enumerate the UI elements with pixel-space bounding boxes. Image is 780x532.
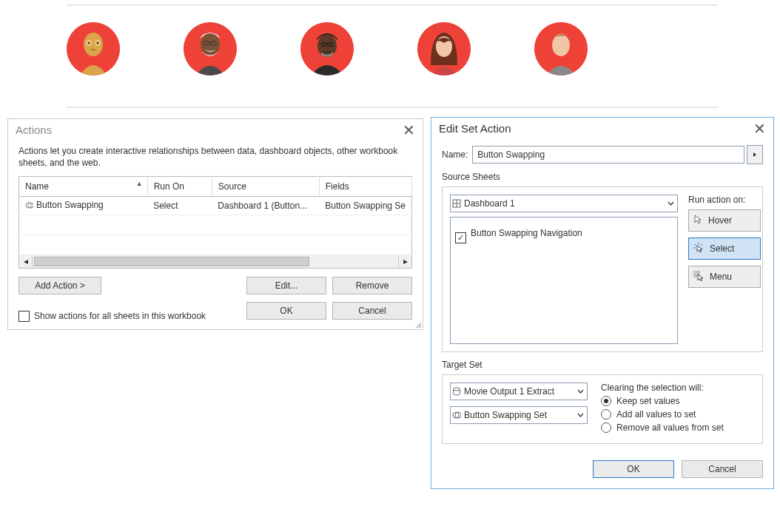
source-sheets-label: Source Sheets	[442, 172, 763, 182]
set-icon	[451, 411, 463, 420]
edit-button[interactable]: Edit...	[246, 277, 326, 294]
avatar-4	[417, 22, 471, 75]
edit-set-action-dialog: Edit Set Action ✕ Name: Button Swapping …	[431, 117, 774, 489]
divider-top	[67, 4, 718, 6]
divider-mid	[67, 107, 718, 108]
col-runon[interactable]: Run On	[147, 177, 212, 197]
list-item[interactable]: Button Swapping Navigation	[454, 220, 674, 245]
scroll-thumb[interactable]	[34, 257, 309, 266]
target-set-label: Target Set	[442, 360, 763, 370]
actions-description: Actions let you create interactive relat…	[19, 145, 412, 169]
actions-table: Name▲ Run On Source Fields Button Swappi…	[19, 176, 412, 255]
close-icon[interactable]: ✕	[403, 125, 415, 135]
ok-button[interactable]: OK	[246, 302, 326, 320]
cancel-button[interactable]: Cancel	[332, 302, 412, 320]
add-all-radio[interactable]: Add all values to set	[601, 409, 755, 420]
svg-point-18	[552, 34, 570, 56]
sheet-checkbox[interactable]	[455, 232, 466, 243]
menu-button[interactable]: Menu	[688, 266, 761, 288]
edit-dialog-title: Edit Set Action	[439, 122, 511, 135]
actions-dialog: Actions ✕ Actions let you create interac…	[7, 118, 423, 330]
cursor-icon	[693, 215, 702, 227]
show-all-checkbox[interactable]: Show actions for all sheets in this work…	[19, 311, 206, 322]
pointer-click-icon	[693, 243, 704, 255]
chevron-down-icon	[574, 413, 587, 417]
resize-grip-icon[interactable]	[414, 320, 421, 328]
col-source[interactable]: Source	[212, 177, 319, 197]
dashboard-icon	[451, 199, 463, 208]
dashboard-combo[interactable]: Dashboard 1	[450, 195, 678, 212]
datasource-icon	[451, 387, 463, 396]
remove-all-radio[interactable]: Remove all values from set	[601, 422, 755, 433]
table-row	[19, 235, 412, 255]
svg-point-8	[201, 33, 220, 55]
chevron-down-icon	[664, 201, 677, 206]
svg-point-12	[317, 35, 337, 57]
avatar-3	[300, 22, 354, 75]
table-row[interactable]: Button Swapping Select Dashboard 1 (Butt…	[19, 197, 412, 215]
avatar-row	[67, 22, 588, 75]
name-field[interactable]: Button Swapping	[472, 146, 744, 164]
scroll-right-icon[interactable]: ▸	[398, 255, 411, 268]
horizontal-scrollbar[interactable]: ◂ ▸	[19, 255, 412, 269]
svg-line-27	[701, 244, 702, 246]
avatar-2	[184, 22, 237, 75]
chevron-down-icon	[574, 389, 587, 394]
remove-button[interactable]: Remove	[332, 277, 412, 294]
hover-button[interactable]: Hover	[688, 209, 761, 232]
sheets-listbox[interactable]: Button Swapping Navigation	[450, 217, 678, 344]
table-row	[19, 215, 412, 235]
menu-cursor-icon	[693, 271, 704, 283]
ok-button[interactable]: OK	[593, 460, 674, 478]
avatar-1	[67, 22, 120, 75]
svg-point-4	[88, 42, 90, 44]
svg-point-5	[97, 42, 99, 44]
datasource-combo[interactable]: Movie Output 1 Extract	[450, 383, 588, 400]
col-name[interactable]: Name▲	[19, 177, 148, 197]
keep-radio[interactable]: Keep set values	[601, 396, 755, 406]
run-action-label: Run action on:	[688, 195, 755, 205]
add-action-button[interactable]: Add Action >	[19, 277, 101, 294]
col-fields[interactable]: Fields	[319, 177, 411, 197]
name-label: Name:	[442, 149, 468, 160]
select-button[interactable]: Select	[688, 238, 761, 260]
clearing-label: Clearing the selection will:	[601, 383, 755, 393]
svg-line-26	[695, 244, 696, 246]
svg-rect-6	[91, 49, 95, 50]
set-icon	[25, 201, 33, 209]
scroll-left-icon[interactable]: ◂	[19, 255, 33, 268]
actions-dialog-title: Actions	[16, 124, 52, 136]
svg-point-32	[454, 388, 460, 391]
set-combo[interactable]: Button Swapping Set	[450, 406, 588, 424]
close-icon[interactable]: ✕	[753, 124, 766, 134]
cancel-button[interactable]: Cancel	[682, 460, 763, 478]
name-dropdown-button[interactable]	[747, 145, 763, 164]
avatar-5	[534, 22, 588, 75]
